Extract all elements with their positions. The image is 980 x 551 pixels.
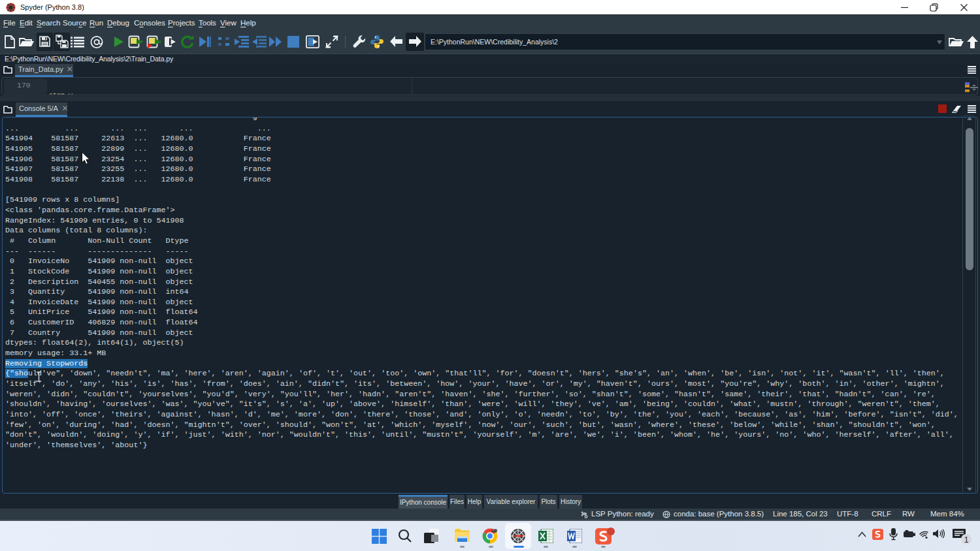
svg-text:1: 1: [964, 535, 969, 544]
